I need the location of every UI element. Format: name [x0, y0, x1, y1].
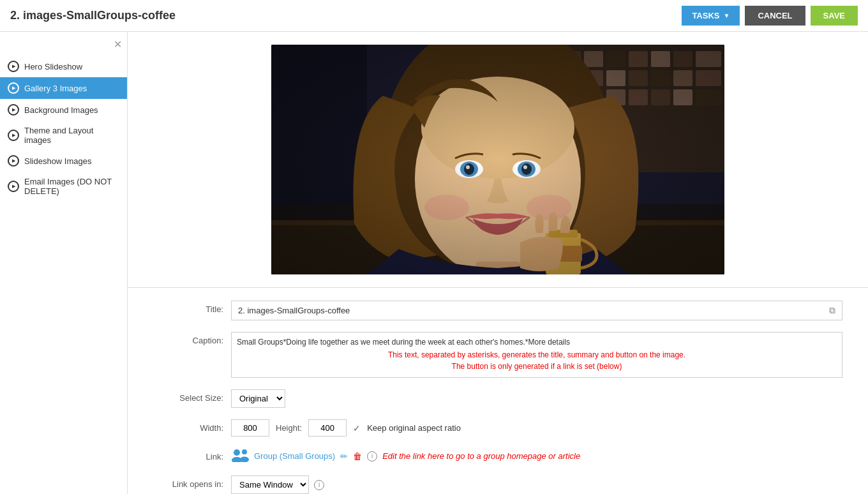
- caption-control: Small Groups*Doing life together as we m…: [231, 332, 842, 378]
- svg-point-50: [234, 449, 240, 456]
- sidebar-item-background-images[interactable]: Background Images: [0, 99, 127, 121]
- gallery-3-images-icon: [8, 82, 19, 94]
- content-area: Title: ⧉ Caption: Small Groups*Doing lif…: [128, 32, 868, 494]
- caption-wrapper: Small Groups*Doing life together as we m…: [231, 332, 842, 378]
- dimensions-row: Width: Height: ✓ Keep original aspect ra…: [153, 419, 842, 437]
- link-opens-row: Link opens in: Same Window New Window i: [153, 475, 842, 494]
- dimensions-control: Height: ✓ Keep original aspect ratio: [231, 419, 842, 437]
- title-field[interactable]: [238, 306, 816, 315]
- tasks-chevron-icon: ▼: [723, 12, 730, 19]
- link-opens-wrapper: Same Window New Window i: [231, 475, 842, 494]
- sidebar-item-gallery-3-images[interactable]: Gallery 3 Images: [0, 77, 127, 99]
- cancel-button[interactable]: CANCEL: [745, 6, 805, 26]
- main-layout: ✕ Hero Slideshow Gallery 3 Images Backgr…: [0, 32, 868, 494]
- checkmark-icon: ✓: [353, 423, 361, 433]
- dimensions-wrapper: Height: ✓ Keep original aspect ratio: [231, 419, 842, 437]
- select-size-wrapper: Original Small Medium Large: [231, 389, 842, 408]
- height-input[interactable]: [308, 419, 347, 437]
- link-info-icon[interactable]: i: [367, 451, 377, 461]
- aspect-ratio-label: Keep original aspect ratio: [367, 423, 461, 433]
- title-row: Title: ⧉: [153, 301, 842, 320]
- width-input[interactable]: [231, 419, 269, 437]
- page-title: 2. images-SmallGroups-coffee: [10, 9, 176, 22]
- form-area: Title: ⧉ Caption: Small Groups*Doing lif…: [128, 287, 868, 494]
- link-group-text: Group (Small Groups): [254, 451, 335, 461]
- select-size-label: Select Size:: [153, 389, 223, 403]
- top-bar-buttons: TASKS ▼ CANCEL SAVE: [682, 6, 858, 26]
- background-images-icon: [8, 104, 19, 116]
- link-opens-control: Same Window New Window i: [231, 475, 842, 494]
- link-group-name[interactable]: Small Groups: [282, 451, 333, 461]
- save-button[interactable]: SAVE: [811, 6, 858, 26]
- caption-text-line: Small Groups*Doing life together as we m…: [237, 338, 837, 347]
- slideshow-images-icon: [8, 155, 19, 167]
- preview-image: [271, 45, 724, 274]
- sidebar-close-icon[interactable]: ✕: [0, 38, 127, 56]
- link-wrapper: Group (Small Groups) ✏ 🗑 i Edit the link…: [231, 448, 842, 464]
- link-edit-hint: Edit the link here to go to a group home…: [382, 451, 580, 461]
- sidebar: ✕ Hero Slideshow Gallery 3 Images Backgr…: [0, 32, 128, 494]
- select-size-row: Select Size: Original Small Medium Large: [153, 389, 842, 408]
- image-svg: [271, 45, 724, 274]
- image-preview-section: [128, 32, 868, 287]
- group-link-icon: [231, 448, 249, 464]
- sidebar-item-email-images[interactable]: Email Images (DO NOT DELETE): [0, 172, 127, 201]
- link-opens-info-icon[interactable]: i: [314, 480, 324, 490]
- height-label: Height:: [276, 423, 302, 433]
- svg-point-52: [242, 449, 247, 454]
- title-label: Title:: [153, 301, 223, 314]
- sidebar-item-hero-slideshow[interactable]: Hero Slideshow: [0, 56, 127, 77]
- select-size-control: Original Small Medium Large: [231, 389, 842, 408]
- hero-slideshow-icon: [8, 61, 19, 72]
- tasks-button[interactable]: TASKS ▼: [682, 6, 740, 26]
- link-row: Link: Group (Sma: [153, 448, 842, 464]
- size-select[interactable]: Original Small Medium Large: [231, 389, 285, 408]
- email-images-icon: [8, 181, 19, 192]
- title-input-wrapper: ⧉: [231, 301, 842, 320]
- svg-rect-49: [271, 45, 724, 274]
- link-edit-icon[interactable]: ✏: [340, 451, 348, 461]
- top-bar: 2. images-SmallGroups-coffee TASKS ▼ CAN…: [0, 0, 868, 32]
- caption-row: Caption: Small Groups*Doing life togethe…: [153, 332, 842, 378]
- title-control: ⧉: [231, 301, 842, 320]
- link-delete-icon[interactable]: 🗑: [353, 451, 362, 461]
- sidebar-item-theme-layout-images[interactable]: Theme and Layout images: [0, 121, 127, 150]
- caption-label: Caption:: [153, 332, 223, 345]
- link-label: Link:: [153, 448, 223, 461]
- theme-layout-images-icon: [8, 130, 19, 141]
- link-opens-select[interactable]: Same Window New Window: [231, 475, 309, 494]
- sidebar-item-slideshow-images[interactable]: Slideshow Images: [0, 150, 127, 172]
- svg-point-53: [240, 457, 249, 463]
- link-control: Group (Small Groups) ✏ 🗑 i Edit the link…: [231, 448, 842, 464]
- caption-hint: This text, separated by asterisks, gener…: [237, 349, 837, 372]
- copy-icon[interactable]: ⧉: [829, 305, 835, 316]
- width-label: Width:: [153, 419, 223, 433]
- link-opens-label: Link opens in:: [153, 475, 223, 489]
